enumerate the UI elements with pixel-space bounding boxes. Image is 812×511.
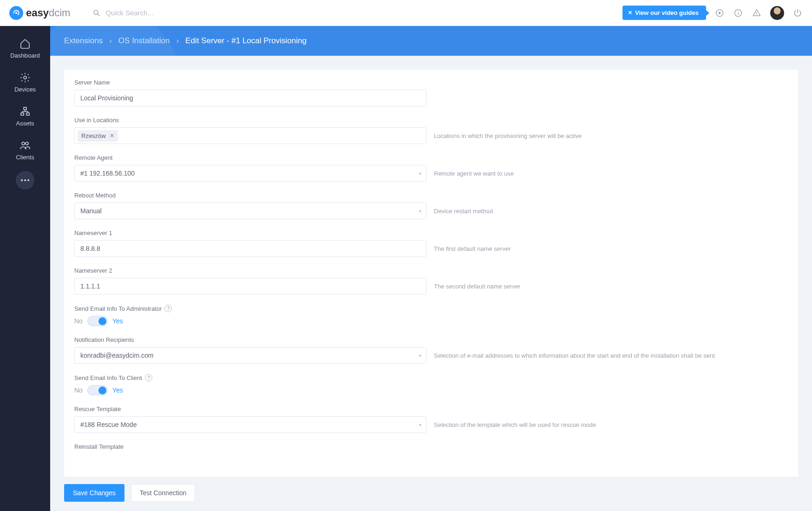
label-ns2: Nameserver 2 (74, 267, 788, 274)
rescue-template-value: #188 Rescue Mode (80, 421, 137, 428)
location-tag: Rzeszów ✕ (78, 130, 118, 142)
toggle-yes-label: Yes (112, 317, 123, 325)
save-button[interactable]: Save Changes (64, 484, 124, 502)
nameserver1-input[interactable] (74, 240, 426, 257)
hint-recipients: Selection of e-mail addresses to which i… (434, 352, 715, 359)
label-locations: Use in Locations (74, 117, 788, 124)
help-icon[interactable]: ? (145, 374, 152, 381)
video-guides-button[interactable]: ✕ View our video guides (622, 6, 706, 20)
label-email-admin: Send Email Info To Administrator (74, 305, 162, 312)
sidebar-item-label: Clients (16, 154, 34, 161)
sidebar-item-label: Dashboard (10, 52, 40, 59)
svg-point-1 (94, 10, 98, 14)
svg-point-0 (15, 12, 17, 14)
brand-logo[interactable]: easydcim (9, 6, 70, 20)
svg-point-11 (26, 142, 28, 145)
label-server-name: Server Name (74, 79, 788, 86)
chevron-down-icon: ▾ (419, 171, 421, 176)
close-icon[interactable]: ✕ (628, 10, 632, 16)
remote-agent-value: #1 192.168.56.100 (80, 170, 135, 177)
brand-name-2: dcim (49, 7, 70, 19)
email-admin-toggle[interactable] (87, 316, 108, 326)
sidebar-item-devices[interactable]: Devices (0, 66, 50, 98)
hint-ns2: The second default name server (434, 283, 520, 290)
label-rescue: Rescue Template (74, 406, 788, 413)
label-reboot: Reboot Method (74, 192, 788, 199)
recipients-select[interactable]: konradbi@easydcim.com ▾ (74, 347, 426, 364)
breadcrumb: Extensions › OS Installation › Edit Serv… (50, 26, 812, 56)
reboot-method-select[interactable]: Manual ▾ (74, 203, 426, 219)
hint-reboot: Device restart method (434, 208, 493, 215)
form-panel: Server Name Use in Locations Rzeszów ✕ (64, 70, 798, 492)
svg-point-4 (738, 11, 739, 12)
label-email-client: Send Email Info To Client (74, 374, 142, 381)
sidebar-item-assets[interactable]: Assets (0, 100, 50, 131)
help-icon[interactable]: ? (164, 305, 172, 312)
svg-point-10 (22, 142, 25, 145)
sidebar-item-label: Devices (14, 86, 36, 93)
location-tag-label: Rzeszów (81, 132, 106, 139)
search-box[interactable] (92, 9, 622, 17)
video-guides-label: View our video guides (635, 9, 699, 16)
breadcrumb-os-installation[interactable]: OS Installation (118, 36, 170, 46)
label-reinstall: Reinstall Template (74, 443, 788, 450)
label-remote-agent: Remote Agent (74, 154, 788, 161)
rescue-template-select[interactable]: #188 Rescue Mode ▾ (74, 416, 426, 433)
search-input[interactable] (105, 9, 226, 17)
topbar-actions: ✕ View our video guides (622, 6, 803, 20)
svg-point-5 (756, 14, 757, 15)
toggle-no-label: No (74, 317, 83, 325)
sidebar-item-dashboard[interactable]: Dashboard (0, 33, 50, 64)
email-client-toggle[interactable] (87, 385, 108, 395)
info-icon[interactable] (733, 8, 743, 18)
chevron-down-icon: ▾ (419, 209, 421, 214)
chevron-right-icon: › (176, 36, 179, 46)
hint-remote-agent: Remote agent we want to use (434, 170, 514, 177)
test-connection-button[interactable]: Test Connection (131, 484, 195, 502)
svg-rect-8 (21, 113, 24, 115)
breadcrumb-current: Edit Server - #1 Local Provisioning (185, 36, 307, 46)
alert-icon[interactable] (752, 8, 762, 18)
reboot-method-value: Manual (80, 207, 102, 215)
hint-locations: Locations in which the provisioning serv… (434, 132, 582, 139)
svg-rect-7 (24, 107, 26, 110)
chevron-down-icon: ▾ (419, 422, 421, 427)
chevron-right-icon: › (109, 36, 112, 46)
brand-name-1: easy (26, 7, 49, 19)
avatar[interactable] (770, 6, 784, 20)
svg-rect-9 (26, 113, 29, 115)
play-icon[interactable] (714, 8, 725, 18)
nameserver2-input[interactable] (74, 278, 426, 295)
chevron-down-icon: ▾ (419, 353, 421, 358)
power-icon[interactable] (792, 8, 803, 18)
toggle-yes-label: Yes (112, 387, 123, 394)
recipients-value: konradbi@easydcim.com (80, 352, 153, 359)
server-name-input[interactable] (74, 90, 426, 106)
breadcrumb-extensions[interactable]: Extensions (64, 36, 103, 46)
svg-point-12 (21, 179, 23, 181)
sidebar-item-label: Assets (16, 120, 34, 127)
hint-ns1: The first default name server (434, 245, 511, 252)
label-recipients: Notification Recipients (74, 336, 788, 343)
topbar: easydcim ✕ View our video guides (0, 0, 812, 26)
remote-agent-select[interactable]: #1 192.168.56.100 ▾ (74, 165, 426, 182)
search-icon (92, 9, 101, 17)
brand-mark-icon (9, 6, 23, 20)
sidebar-item-clients[interactable]: Clients (0, 134, 50, 165)
toggle-no-label: No (74, 387, 83, 394)
footer-bar: Save Changes Test Connection (50, 477, 812, 511)
sidebar: Dashboard Devices Assets Clients (0, 26, 50, 511)
tag-remove-icon[interactable]: ✕ (110, 132, 114, 139)
svg-point-14 (27, 179, 29, 181)
locations-input[interactable]: Rzeszów ✕ (74, 127, 426, 144)
svg-point-13 (24, 179, 26, 181)
hint-rescue: Selection of the template which will be … (434, 421, 596, 428)
svg-point-6 (24, 76, 26, 79)
label-ns1: Nameserver 1 (74, 229, 788, 236)
sidebar-more-button[interactable] (16, 171, 34, 190)
